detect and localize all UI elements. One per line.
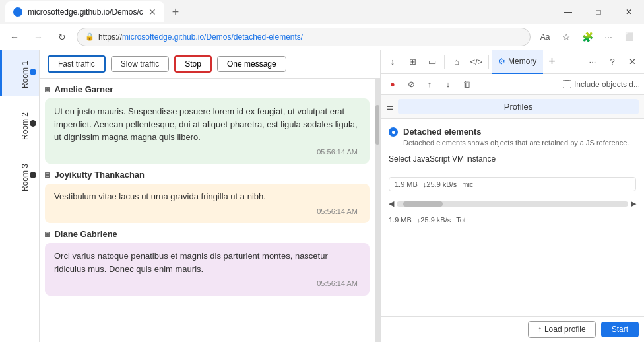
chat-scrollbar-thumb: [375, 105, 379, 145]
horizontal-scrollbar[interactable]: ◀ ▶: [389, 198, 636, 209]
sidebar-item-room2[interactable]: Room 2: [0, 102, 39, 148]
reload-button[interactable]: ↻: [53, 28, 71, 46]
chat-area: Fast traffic Slow traffic Stop One messa…: [40, 50, 380, 342]
slow-traffic-button[interactable]: Slow traffic: [111, 56, 169, 72]
stop-record-icon[interactable]: ⊘: [403, 77, 419, 92]
room3-indicator: [30, 172, 36, 178]
message-text-2: Vestibulum vitae lacus ut urna gravida f…: [54, 191, 266, 201]
main-area: Room 1 Room 2 Room 3 Fast traffic Slow t…: [0, 50, 644, 342]
close-button[interactable]: ✕: [614, 0, 644, 24]
devtools-close-button[interactable]: ✕: [623, 53, 641, 71]
active-tab[interactable]: microsoftedge.github.io/Demos/c ✕: [5, 1, 164, 22]
devtools-toggle-icon[interactable]: ⊞: [403, 53, 422, 71]
bottom-mb: 1.9 MB: [389, 216, 412, 224]
detached-elements-option[interactable]: Detached elements Detached elements show…: [389, 127, 636, 148]
avatar-icon-1: ◙: [45, 84, 50, 94]
messages-list: ◙ Amelie Garner Ut eu justo mauris. Susp…: [40, 79, 375, 342]
devtools-footer: ↑ Load profile Start: [381, 316, 644, 342]
address-host: microsoftedge.github.io: [122, 32, 204, 42]
read-mode-button[interactable]: Aa: [536, 28, 554, 46]
room3-label: Room 3: [20, 164, 30, 191]
select-vm-label: Select JavaScript VM instance: [389, 154, 636, 164]
profiles-icon: ⚌: [386, 102, 394, 112]
username-3: Diane Gabriene: [54, 229, 117, 239]
start-button[interactable]: Start: [601, 322, 639, 337]
devtools-panel: ↕ ⊞ ▭ ⌂ </> ⚙ Memory + ··· ? ✕ ● ⊘ ↑ ↓ 🗑: [380, 50, 644, 342]
forward-button[interactable]: →: [29, 28, 48, 46]
favorites-button[interactable]: ☆: [557, 28, 575, 46]
load-profile-button[interactable]: ↑ Load profile: [528, 321, 596, 338]
scroll-handle: [403, 201, 443, 207]
detached-info: Detached elements Detached elements show…: [403, 127, 629, 148]
radio-inner: [392, 131, 395, 134]
minimize-button[interactable]: —: [553, 0, 583, 24]
bottom-kbs: ↓25.9 kB/s: [417, 216, 451, 224]
message-time-2: 05:56:14 AM: [54, 206, 360, 217]
fast-traffic-button[interactable]: Fast traffic: [48, 55, 106, 73]
avatar-icon-3: ◙: [45, 228, 50, 239]
sidebar-item-room3[interactable]: Room 3: [0, 153, 39, 199]
message-user-3: ◙ Diane Gabriene: [45, 228, 370, 239]
username-1: Amelie Garner: [54, 85, 113, 94]
include-objects-checkbox[interactable]: [563, 80, 571, 88]
room2-indicator: [30, 120, 36, 127]
devtools-code-icon[interactable]: </>: [467, 53, 486, 71]
devtools-panel-icon[interactable]: ▭: [423, 53, 441, 71]
username-2: Joyikutty Thankachan: [54, 170, 145, 180]
devtools-move-icon[interactable]: ↕: [383, 53, 402, 71]
radio-button: [389, 127, 398, 137]
tab-close-button[interactable]: ✕: [148, 7, 156, 17]
devtools-separator-2: [488, 55, 489, 69]
nav-bar: ← → ↻ 🔒 https://microsoftedge.github.io/…: [0, 24, 644, 50]
scroll-right-arrow[interactable]: ▶: [631, 199, 636, 208]
include-objects-checkbox-group: Include objects d...: [563, 80, 640, 89]
memory-tab-label: Memory: [508, 57, 536, 66]
devtools-help-button[interactable]: ?: [603, 53, 622, 71]
profiles-label[interactable]: Profiles: [398, 99, 639, 114]
room1-label: Room 1: [20, 61, 30, 88]
maximize-button[interactable]: □: [583, 0, 614, 24]
message-time-3: 05:56:14 AM: [54, 278, 360, 289]
new-tab-button[interactable]: +: [167, 5, 185, 19]
one-message-button[interactable]: One message: [217, 56, 286, 72]
devtools-profile-bar: ⚌ Profiles: [381, 95, 644, 119]
message-bubble-3: Orci varius natoque penatibus et magnis …: [45, 243, 370, 296]
vm-stats: 1.9 MB ↓25.9 kB/s mic: [395, 180, 473, 188]
rooms-sidebar: Room 1 Room 2 Room 3: [0, 50, 40, 342]
message-bubble-2: Vestibulum vitae lacus ut urna gravida f…: [45, 184, 370, 223]
devtools-more-button[interactable]: ···: [583, 53, 602, 71]
message-time-1: 05:56:14 AM: [54, 147, 360, 158]
chat-panel: Room 1 Room 2 Room 3 Fast traffic Slow t…: [0, 50, 380, 342]
bottom-tot: Tot:: [456, 216, 468, 224]
load-profile-label: Load profile: [544, 325, 586, 334]
download-icon[interactable]: ↓: [440, 77, 456, 92]
delete-icon[interactable]: 🗑: [459, 77, 474, 92]
split-screen-button[interactable]: ⬜: [620, 28, 639, 46]
nav-actions: Aa ☆ 🧩 ··· ⬜: [536, 28, 639, 46]
back-button[interactable]: ←: [5, 28, 24, 46]
more-button[interactable]: ···: [599, 28, 618, 46]
devtools-home-icon[interactable]: ⌂: [447, 53, 466, 71]
address-path: /Demos/detached-elements/: [204, 32, 303, 42]
message-text-3: Orci varius natoque penatibus et magnis …: [54, 251, 328, 274]
tab-favicon: [13, 7, 22, 17]
window-controls: — □ ✕: [553, 0, 644, 24]
devtools-new-tab-button[interactable]: +: [544, 55, 560, 69]
tab-memory[interactable]: ⚙ Memory: [492, 50, 543, 74]
address-text: https://microsoftedge.github.io/Demos/de…: [98, 32, 303, 42]
sidebar-item-room1[interactable]: Room 1: [0, 50, 39, 96]
record-icon[interactable]: ●: [385, 77, 401, 92]
scroll-left-arrow[interactable]: ◀: [389, 199, 394, 208]
memory-icon: ⚙: [498, 57, 505, 66]
room2-label: Room 2: [20, 112, 30, 140]
upload-icon[interactable]: ↑: [422, 77, 437, 92]
chat-scrollbar[interactable]: [375, 79, 380, 342]
vm-memory: 1.9 MB: [395, 180, 418, 188]
detached-elements-desc: Detached elements shows objects that are…: [403, 138, 629, 148]
detached-elements-title: Detached elements: [403, 127, 629, 137]
extensions-button[interactable]: 🧩: [578, 28, 596, 46]
message-group-1: ◙ Amelie Garner Ut eu justo mauris. Susp…: [45, 84, 370, 164]
address-bar[interactable]: 🔒 https://microsoftedge.github.io/Demos/…: [77, 28, 531, 46]
bottom-stats: 1.9 MB ↓25.9 kB/s Tot:: [389, 216, 636, 224]
stop-button[interactable]: Stop: [174, 55, 212, 73]
